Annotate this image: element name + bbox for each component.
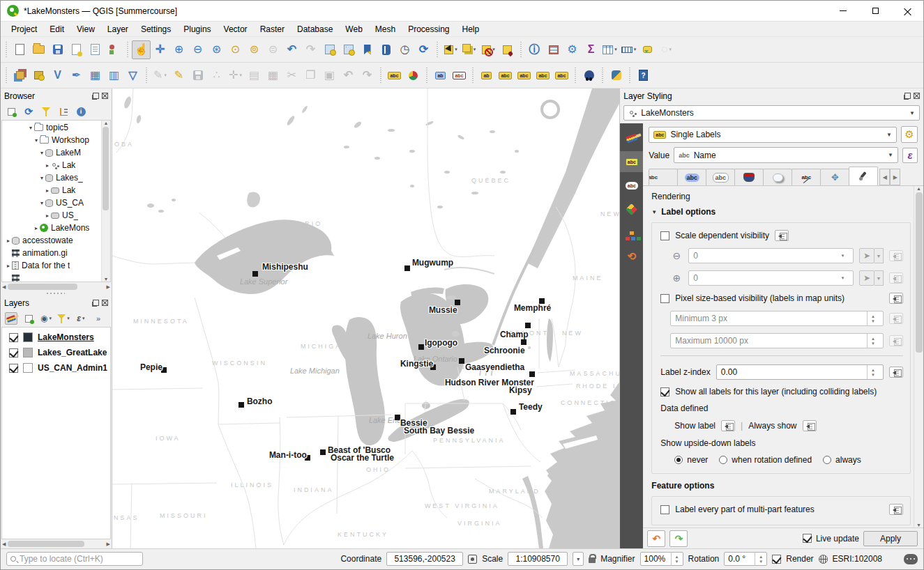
layer-row-lakes-greatlake[interactable]: Lakes_GreatLake [2,345,110,360]
new-3d-map-view-button[interactable] [339,40,358,59]
browser-item-partial[interactable] [2,272,101,282]
scale-dependent-checkbox[interactable] [660,231,669,240]
toolbar-grip[interactable] [144,68,149,83]
label-options-header[interactable]: ▼ Label options [651,207,911,217]
zoom-to-layer-button[interactable]: ⊚ [245,40,264,59]
styling-redo-button[interactable]: ↷ [669,530,688,547]
zoom-to-selection-button[interactable]: ⊙ [226,40,245,59]
open-project-button[interactable] [29,40,48,59]
filter-legend-button[interactable]: ▾ [57,312,70,325]
measure-button[interactable]: ▾ [619,40,638,59]
styling-tab-3d-view[interactable] [620,199,643,219]
expander-icon[interactable]: ▸ [44,162,51,169]
add-group-button[interactable] [22,312,35,325]
browser-item-workshop[interactable]: ▾Workshop [2,134,101,146]
expander-icon[interactable]: ▾ [38,200,45,206]
menu-layer[interactable]: Layer [101,22,135,36]
identify-features-button[interactable]: ⓘ [525,40,544,59]
show-all-labels-checkbox[interactable] [660,387,669,396]
sum-features-button[interactable]: Σ [582,40,600,59]
apply-button[interactable]: Apply [863,531,918,546]
layer-row-lakemonsters[interactable]: LakeMonsters [2,330,110,345]
expander-icon[interactable]: ▾ [38,150,45,156]
layer-labeling-button[interactable]: abc [385,66,404,85]
select-features-button[interactable]: ▾ [441,40,460,59]
data-defined-override-button[interactable] [775,230,789,241]
python-console-button[interactable] [607,66,626,85]
open-attribute-table-button[interactable]: ▾ [600,40,619,59]
browser-item-accesstowate[interactable]: ▸accesstowate [2,234,101,247]
help-button[interactable]: ? [634,66,653,85]
browser-item-us-[interactable]: ▸US_ [2,209,101,222]
manage-map-themes-button[interactable]: ◉▾ [40,312,52,325]
locate-input[interactable]: Type to locate (Ctrl+K) [6,552,143,566]
tab-text[interactable]: abc [649,169,678,185]
tab-buffer[interactable]: abc [677,169,706,185]
browser-properties-button[interactable]: i [75,105,87,118]
close-button[interactable] [891,1,923,21]
data-defined-override-button[interactable] [721,420,735,431]
lock-icon[interactable] [589,557,596,563]
zoom-full-button[interactable]: ⊛ [207,40,226,59]
styling-undo-button[interactable]: ↶ [647,530,665,547]
browser-filter-button[interactable] [40,105,52,118]
browser-item-animation-gi[interactable]: animation.gi [2,247,101,259]
zoom-out-button[interactable]: ⊖ [188,40,207,59]
layers-float-icon[interactable] [93,300,99,306]
layer-diagram-button[interactable] [404,66,423,85]
map-canvas[interactable]: OBAONTARIOQUÉBECMAINENEW BMINNESOTAWISCO… [112,88,619,548]
show-hide-labels-button[interactable]: abc [496,66,515,85]
maximize-button[interactable] [859,1,891,21]
select-by-location-button[interactable] [498,40,517,59]
map-tips-button[interactable] [638,40,657,59]
styling-tab-diagrams[interactable] [620,222,643,243]
label-mode-select[interactable]: abc Single Labels ▼ [649,127,897,143]
toolbar-grip[interactable] [425,68,429,83]
scroll-left-icon[interactable]: ◀ [2,284,6,290]
styling-close-icon[interactable] [914,93,920,99]
browser-item-us-ca[interactable]: ▾US_CA [2,197,101,209]
select-features-by-value-button[interactable]: ▾ [460,40,479,59]
browser-item-topic5[interactable]: ▾topic5 [2,121,101,134]
browser-horizontal-scrollbar[interactable]: ◀▶ [1,282,112,291]
processing-toolbox-button[interactable]: ⚙ [563,40,582,59]
toggle-editing-button[interactable]: ✎ [169,66,188,85]
pixel-size-visibility-checkbox[interactable] [660,294,669,303]
menu-database[interactable]: Database [291,22,339,36]
pin-unpin-labels-button[interactable]: ab [477,66,496,85]
data-source-manager-button[interactable] [10,66,29,85]
styling-vertical-scrollbar[interactable]: ▲▼ [914,186,923,527]
scrollbar-thumb[interactable] [8,284,77,290]
layers-horizontal-scrollbar[interactable]: ◀▶ [1,539,112,548]
minimize-button[interactable] [827,1,859,21]
new-mesh-layer-button[interactable]: ▦ [86,66,105,85]
pin-labels-button[interactable]: ab [431,66,450,85]
filter-by-expression-button[interactable]: ε▾ [75,312,87,325]
toolbar-grip[interactable] [126,42,130,57]
toolbar-grip[interactable] [471,68,475,83]
menu-mesh[interactable]: Mesh [369,22,402,36]
pan-map-button[interactable]: ☝ [132,40,151,59]
scroll-down-icon[interactable]: ▼ [916,523,921,527]
browser-item-data-for-the-t[interactable]: ▸Data for the t [2,259,101,272]
when-rotation-radio[interactable] [719,456,727,464]
tabs-scroll-right-button[interactable]: ▶ [890,169,900,185]
new-geopackage-layer-button[interactable] [29,66,48,85]
change-label-button[interactable]: abc [552,66,571,85]
extents-icon[interactable] [468,555,477,564]
scrollbar-thumb[interactable] [103,127,109,210]
styling-tab-labels[interactable]: abc [620,151,643,172]
browser-float-icon[interactable] [93,93,99,99]
style-manager-button[interactable] [105,40,123,59]
expander-icon[interactable]: ▸ [44,213,51,219]
messages-icon[interactable] [904,554,918,564]
zoom-last-button[interactable]: ↶ [282,40,301,59]
browser-vertical-scrollbar[interactable]: ▲▼ [101,121,110,282]
show-layout-manager-button[interactable] [86,40,105,59]
menu-vector[interactable]: Vector [218,22,254,36]
browser-refresh-button[interactable]: ⟳ [22,105,35,118]
render-checkbox[interactable] [772,555,781,564]
highlight-pinned-labels-button[interactable]: abc [450,66,469,85]
layer-visibility-checkbox[interactable] [9,348,18,357]
styling-layer-select[interactable]: LakeMonsters ▼ [623,105,920,121]
